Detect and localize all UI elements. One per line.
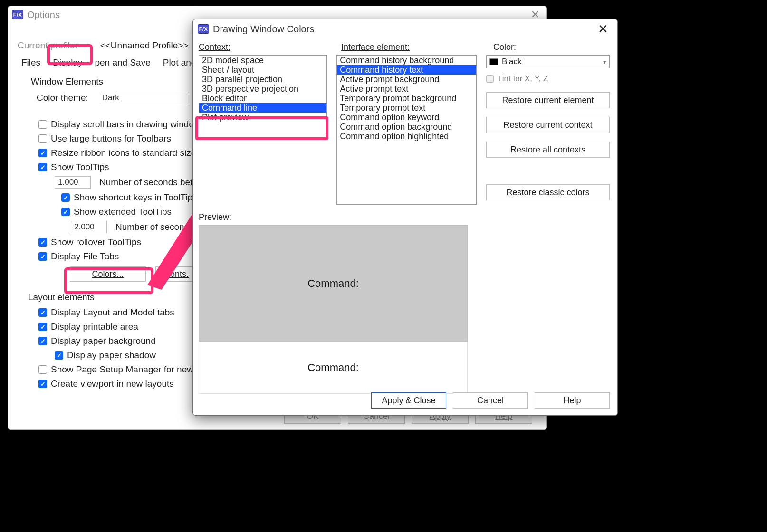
chk-show-tooltips-label: Show ToolTips <box>51 162 109 172</box>
chk-scrollbars[interactable] <box>38 120 47 129</box>
context-item[interactable]: Plot preview <box>199 113 326 122</box>
dwc-title: Drawing Window Colors <box>213 24 314 35</box>
tab-files[interactable]: Files <box>18 56 44 70</box>
chk-scrollbars-label: Display scroll bars in drawing window <box>51 119 201 130</box>
preview-label: Preview: <box>199 212 617 222</box>
chk-shortcut-tooltips-label: Show shortcut keys in ToolTips <box>74 192 197 203</box>
chk-shortcut-tooltips[interactable] <box>61 193 70 202</box>
colors-button[interactable]: Colors... <box>70 266 146 282</box>
chk-paper-background[interactable] <box>38 337 47 345</box>
chk-create-viewport-label: Create viewport in new layouts <box>51 379 174 389</box>
element-item[interactable]: Command history text <box>337 65 476 75</box>
context-item[interactable]: 3D perspective projection <box>199 84 326 94</box>
restore-current-element-button[interactable]: Restore current element <box>486 92 610 108</box>
interface-element-header: Interface element: <box>341 42 484 52</box>
context-header: Context: <box>199 42 332 52</box>
ext-tooltip-delay-input[interactable]: 2.000 <box>71 221 107 233</box>
element-item[interactable]: Temporary prompt background <box>337 94 476 103</box>
element-item[interactable]: Command history background <box>337 56 476 65</box>
chk-page-setup-manager[interactable] <box>38 365 47 374</box>
element-item[interactable]: Command option highlighted <box>337 132 476 141</box>
color-header: Color: <box>493 42 607 52</box>
chk-printable-area-label: Display printable area <box>51 322 138 332</box>
chk-tint-xyz-label: Tint for X, Y, Z <box>498 74 548 84</box>
context-item[interactable]: Command line <box>199 103 326 113</box>
chk-layout-model-tabs[interactable] <box>38 308 47 317</box>
chk-file-tabs-label: Display File Tabs <box>51 251 119 262</box>
tab-open-save[interactable]: pen and Save <box>91 56 154 70</box>
chk-show-tooltips[interactable] <box>38 163 47 171</box>
chk-extended-tooltips-label: Show extended ToolTips <box>74 207 172 217</box>
chk-extended-tooltips[interactable] <box>61 208 70 216</box>
tooltip-delay-label: Number of seconds before <box>99 177 206 188</box>
color-swatch-icon <box>489 58 498 65</box>
chk-large-buttons-label: Use large buttons for Toolbars <box>51 133 171 144</box>
current-profile-value: <<Unnamed Profile>> <box>100 40 189 51</box>
chevron-down-icon: ▾ <box>603 58 606 66</box>
tab-display[interactable]: Display <box>49 56 86 70</box>
color-value: Black <box>502 57 522 66</box>
context-item[interactable]: 3D parallel projection <box>199 75 326 84</box>
context-item[interactable]: Block editor <box>199 94 326 103</box>
app-icon: F/X <box>198 24 209 34</box>
color-select[interactable]: Black ▾ <box>486 55 610 68</box>
chk-page-setup-manager-label: Show Page Setup Manager for new lay <box>51 364 208 375</box>
fonts-button[interactable]: Fonts. <box>155 266 198 282</box>
chk-file-tabs[interactable] <box>38 252 47 261</box>
apply-close-button[interactable]: Apply & Close <box>371 392 446 408</box>
options-title: Options <box>27 10 60 20</box>
preview-panel-upper: Command: <box>199 225 468 342</box>
chk-tint-xyz[interactable] <box>486 75 494 83</box>
context-item[interactable]: Sheet / layout <box>199 65 326 75</box>
element-listbox[interactable]: Command history backgroundCommand histor… <box>336 55 477 205</box>
chk-paper-shadow[interactable] <box>55 351 63 360</box>
app-icon: F/X <box>12 10 23 19</box>
element-item[interactable]: Active prompt text <box>337 84 476 94</box>
chk-printable-area[interactable] <box>38 323 47 331</box>
chk-resize-icons-label: Resize ribbon icons to standard sizes <box>51 148 201 158</box>
chk-large-buttons[interactable] <box>38 134 47 143</box>
color-theme-label: Color theme: <box>37 93 88 103</box>
context-item[interactable]: 2D model space <box>199 56 326 65</box>
current-profile-label: Current profile: <box>18 40 77 51</box>
element-item[interactable]: Temporary prompt text <box>337 103 476 113</box>
help-button[interactable]: Help <box>535 392 610 408</box>
preview-panel-lower: Command: <box>199 342 468 394</box>
chk-rollover-tooltips[interactable] <box>38 238 47 247</box>
chk-paper-shadow-label: Display paper shadow <box>67 350 156 361</box>
restore-classic-colors-button[interactable]: Restore classic colors <box>486 184 610 200</box>
restore-current-context-button[interactable]: Restore current context <box>486 117 610 133</box>
chk-rollover-tooltips-label: Show rollover ToolTips <box>51 237 141 247</box>
close-icon[interactable]: ✕ <box>594 20 613 38</box>
dwc-titlebar: F/X Drawing Window Colors ✕ <box>193 19 617 38</box>
chk-layout-model-tabs-label: Display Layout and Model tabs <box>51 307 174 318</box>
context-listbox[interactable]: 2D model spaceSheet / layout3D parallel … <box>199 55 327 133</box>
tooltip-delay-input[interactable]: 1.000 <box>55 176 91 189</box>
drawing-window-colors-dialog: F/X Drawing Window Colors ✕ Context: Int… <box>192 19 618 416</box>
cancel-button[interactable]: Cancel <box>453 392 528 408</box>
chk-paper-background-label: Display paper background <box>51 336 156 346</box>
element-item[interactable]: Active prompt background <box>337 75 476 84</box>
chk-resize-icons[interactable] <box>38 149 47 157</box>
element-item[interactable]: Command option keyword <box>337 113 476 122</box>
restore-all-contexts-button[interactable]: Restore all contexts <box>486 142 610 158</box>
chk-create-viewport[interactable] <box>38 380 47 388</box>
element-item[interactable]: Command option background <box>337 122 476 132</box>
color-theme-select[interactable]: Dark <box>99 92 189 104</box>
